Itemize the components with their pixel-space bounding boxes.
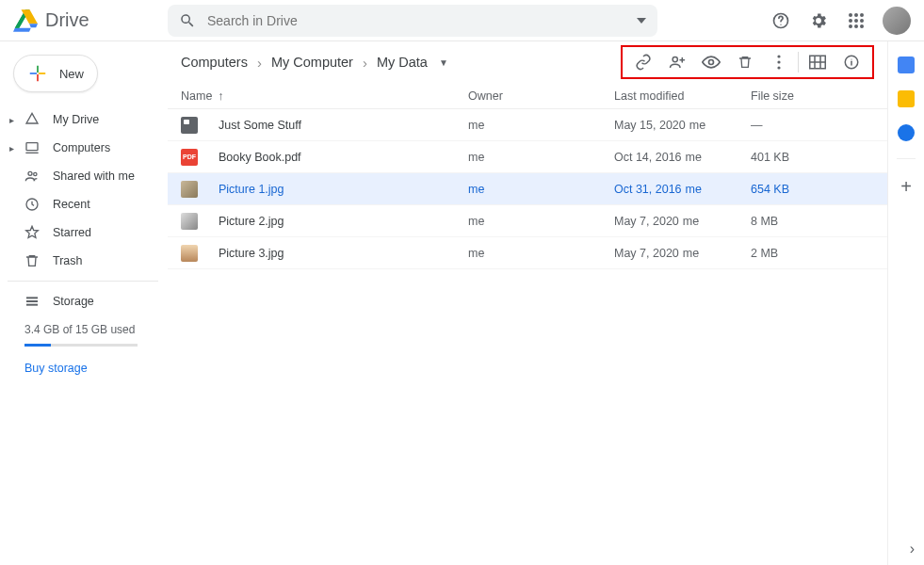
storage-icon: [24, 294, 40, 309]
chevron-down-icon[interactable]: ▼: [439, 57, 448, 68]
trash-icon: [24, 253, 40, 268]
app-name: Drive: [45, 9, 89, 31]
avatar[interactable]: [883, 7, 911, 35]
get-link-button[interactable]: [626, 48, 660, 76]
new-label: New: [59, 67, 84, 81]
gear-icon[interactable]: [807, 9, 830, 32]
column-headers: Name↑ Owner Last modified File size: [168, 83, 887, 109]
share-button[interactable]: [660, 48, 694, 76]
svg-point-9: [860, 19, 864, 23]
sort-arrow-icon: ↑: [218, 89, 223, 103]
col-modified[interactable]: Last modified: [614, 89, 751, 103]
sidebar-item-label: Storage: [53, 295, 94, 308]
more-actions-button[interactable]: [762, 48, 796, 76]
file-owner: me: [468, 247, 614, 260]
svg-point-20: [673, 56, 677, 61]
sidebar-item-mydrive[interactable]: ▸My Drive: [8, 105, 168, 134]
svg-rect-19: [26, 304, 38, 306]
file-modified: May 7, 2020me: [614, 247, 751, 260]
svg-point-24: [777, 66, 780, 69]
search-input[interactable]: [207, 13, 625, 28]
svg-rect-18: [26, 300, 38, 302]
svg-point-12: [860, 24, 864, 28]
search-icon: [179, 12, 196, 29]
svg-point-10: [849, 24, 852, 28]
computers-icon: [24, 140, 40, 155]
svg-rect-13: [26, 143, 38, 151]
drive-logo[interactable]: Drive: [13, 9, 168, 32]
table-row[interactable]: Picture 3.jpgmeMay 7, 2020me2 MB: [168, 237, 887, 269]
keep-addon-icon[interactable]: [898, 90, 915, 107]
file-owner: me: [468, 151, 614, 164]
table-row[interactable]: Just Some StuffmeMay 15, 2020me—: [168, 109, 887, 141]
file-name: Just Some Stuff: [219, 119, 301, 132]
tasks-addon-icon[interactable]: [898, 124, 915, 141]
file-size: 654 KB: [751, 183, 874, 196]
action-toolbar-highlight: [621, 45, 874, 79]
file-modified: Oct 31, 2016me: [614, 183, 751, 196]
crumb-mycomputer[interactable]: My Computer: [271, 55, 353, 70]
col-name[interactable]: Name↑: [181, 89, 468, 103]
delete-button[interactable]: [728, 48, 762, 76]
file-size: 8 MB: [751, 215, 874, 228]
search-bar[interactable]: [168, 5, 657, 37]
sidebar-item-shared[interactable]: Shared with me: [8, 162, 168, 190]
sidebar-item-label: My Drive: [53, 113, 99, 126]
storage-bar: [24, 344, 138, 347]
sidebar-item-trash[interactable]: Trash: [8, 247, 168, 275]
file-size: 401 KB: [751, 151, 874, 164]
side-panel: +: [888, 41, 924, 565]
expand-caret-icon[interactable]: ▸: [9, 143, 14, 153]
file-name: Picture 2.jpg: [219, 215, 284, 228]
apps-icon[interactable]: [845, 9, 867, 32]
sidebar: New ▸My Drive▸ComputersShared with meRec…: [0, 41, 168, 565]
file-modified: May 7, 2020me: [614, 215, 751, 228]
sidebar-item-storage[interactable]: Storage: [8, 287, 168, 315]
help-icon[interactable]: [770, 9, 792, 32]
svg-point-7: [849, 19, 852, 23]
sidebar-item-label: Computers: [53, 141, 110, 154]
table-row[interactable]: Picture 2.jpgmeMay 7, 2020me8 MB: [168, 205, 887, 237]
file-size: —: [751, 119, 874, 132]
chevron-right-icon: ›: [257, 55, 262, 71]
svg-rect-17: [26, 297, 38, 299]
file-name: Picture 3.jpg: [219, 247, 284, 260]
chevron-right-icon: ›: [363, 55, 367, 71]
svg-point-15: [34, 172, 37, 175]
details-button[interactable]: [835, 48, 868, 76]
shared-icon: [24, 169, 40, 184]
svg-point-5: [854, 13, 858, 17]
calendar-addon-icon[interactable]: [898, 56, 915, 73]
sidebar-item-recent[interactable]: Recent: [8, 190, 168, 218]
table-row[interactable]: PDFBooky Book.pdfmeOct 14, 2016me401 KB: [168, 141, 887, 173]
sidebar-item-computers[interactable]: ▸Computers: [8, 134, 168, 162]
expand-caret-icon[interactable]: ▸: [9, 115, 14, 125]
plus-icon: [27, 63, 48, 84]
new-button[interactable]: New: [13, 55, 98, 92]
crumb-mydata[interactable]: My Data: [377, 55, 428, 70]
collapse-panel-button[interactable]: ›: [910, 541, 915, 557]
sidebar-item-label: Recent: [53, 198, 90, 211]
svg-point-14: [28, 171, 32, 175]
search-dropdown-icon[interactable]: [637, 16, 646, 25]
sidebar-item-label: Starred: [53, 226, 91, 239]
file-owner: me: [468, 183, 614, 196]
add-addon-button[interactable]: +: [900, 176, 912, 198]
svg-point-21: [709, 60, 714, 65]
starred-icon: [24, 225, 40, 240]
svg-point-22: [777, 55, 780, 57]
svg-point-6: [860, 13, 864, 17]
svg-point-27: [851, 58, 851, 59]
svg-point-3: [780, 24, 781, 24]
svg-point-23: [777, 60, 780, 63]
buy-storage-link[interactable]: Buy storage: [8, 347, 168, 375]
preview-button[interactable]: [694, 48, 728, 76]
svg-marker-0: [15, 13, 25, 28]
col-size[interactable]: File size: [751, 89, 874, 103]
crumb-computers[interactable]: Computers: [181, 55, 248, 70]
grid-view-button[interactable]: [801, 48, 835, 76]
col-owner[interactable]: Owner: [468, 89, 614, 103]
sidebar-item-starred[interactable]: Starred: [8, 218, 168, 247]
svg-point-4: [849, 13, 852, 17]
table-row[interactable]: Picture 1.jpgmeOct 31, 2016me654 KB: [168, 173, 887, 205]
